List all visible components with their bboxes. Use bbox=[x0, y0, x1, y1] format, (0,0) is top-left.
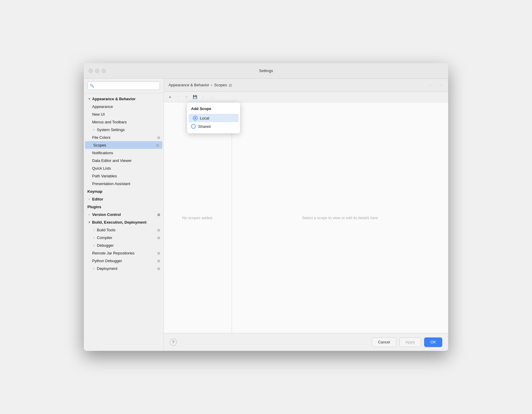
nav-buttons: ← → bbox=[427, 81, 443, 89]
sidebar-item-label: Quick Lists bbox=[92, 166, 111, 171]
arrow-down-icon: ↓ bbox=[211, 95, 213, 99]
remove-button[interactable]: − bbox=[174, 93, 182, 101]
sidebar-item-label: Path Variables bbox=[92, 174, 117, 178]
sidebar-item-quick-lists[interactable]: Quick Lists bbox=[84, 164, 164, 172]
save-icon: 💾 bbox=[193, 95, 197, 99]
maximize-button[interactable] bbox=[102, 69, 106, 73]
sidebar-item-label: Appearance & Behavior bbox=[92, 97, 136, 101]
db-icon: ▤ bbox=[157, 267, 160, 270]
sidebar-item-scopes[interactable]: Scopes ▤ bbox=[85, 141, 162, 149]
bottom-buttons: Cancel Apply OK bbox=[372, 337, 442, 347]
sidebar-item-label: Build Tools bbox=[97, 228, 116, 232]
sidebar-item-label: Keymap bbox=[87, 189, 102, 194]
scope-detail-area: Select a scope to view or edit its detai… bbox=[232, 102, 448, 333]
back-button[interactable]: ← bbox=[427, 81, 434, 89]
sidebar-item-debugger[interactable]: › Debugger bbox=[84, 241, 164, 249]
sidebar-item-remote-jar-repos[interactable]: Remote Jar Repositories ▤ bbox=[84, 249, 164, 257]
sidebar-item-label: Plugins bbox=[87, 205, 101, 209]
db-icon: ▤ bbox=[157, 213, 160, 216]
sidebar-item-label: Remote Jar Repositories bbox=[92, 251, 134, 255]
sidebar-item-label: Debugger bbox=[97, 243, 114, 248]
bottom-bar: ? Cancel Apply OK bbox=[164, 333, 448, 351]
sidebar-item-menus-toolbars[interactable]: Menus and Toolbars bbox=[84, 118, 164, 126]
sidebar-item-label: Presentation Assistant bbox=[92, 181, 130, 186]
popup-title: Add Scope bbox=[187, 105, 240, 114]
window-title: Settings bbox=[259, 69, 273, 73]
sidebar-item-label: Menus and Toolbars bbox=[92, 120, 127, 124]
sidebar-item-label: Editor bbox=[92, 197, 103, 201]
sidebar-item-keymap[interactable]: Keymap bbox=[84, 187, 164, 195]
cancel-button[interactable]: Cancel bbox=[372, 337, 396, 347]
chevron-right-icon: › bbox=[87, 213, 91, 216]
sidebar-item-label: Scopes bbox=[93, 143, 106, 147]
copy-button[interactable]: ⊕ bbox=[183, 93, 190, 101]
arrow-up-icon: ↑ bbox=[202, 95, 204, 99]
apply-button[interactable]: Apply bbox=[399, 337, 422, 347]
sidebar-item-deployment[interactable]: › Deployment ▤ bbox=[84, 265, 164, 272]
sidebar-item-build-tools[interactable]: › Build Tools ▤ bbox=[84, 226, 164, 234]
sidebar-item-notifications[interactable]: Notifications bbox=[84, 149, 164, 157]
popup-item-local[interactable]: Local bbox=[189, 114, 238, 122]
search-icon: 🔍 bbox=[90, 84, 94, 88]
breadcrumb-db-icon: ▤ bbox=[229, 83, 232, 87]
save-button[interactable]: 💾 bbox=[191, 93, 199, 101]
popup-item-shared-label: Shared bbox=[198, 124, 211, 129]
db-icon: ▤ bbox=[157, 236, 160, 239]
sidebar-item-label: New UI bbox=[92, 112, 105, 117]
help-button[interactable]: ? bbox=[170, 339, 177, 346]
sidebar-item-editor[interactable]: › Editor bbox=[84, 195, 164, 203]
forward-button[interactable]: → bbox=[436, 81, 443, 89]
chevron-down-icon: ▾ bbox=[87, 220, 91, 224]
nav-tree: ▾ Appearance & Behavior Appearance New U… bbox=[84, 93, 164, 351]
popup-item-shared[interactable]: Shared bbox=[187, 122, 240, 130]
sidebar-item-data-editor-viewer[interactable]: Data Editor and Viewer bbox=[84, 157, 164, 164]
sidebar: 🔍 ▾ Appearance & Behavior Appearance New… bbox=[84, 79, 164, 351]
main-content: No scopes added. Select a scope to view … bbox=[164, 102, 448, 333]
chevron-right-icon: › bbox=[92, 128, 96, 131]
scope-detail-text: Select a scope to view or edit its detai… bbox=[302, 216, 378, 220]
main-header: Appearance & Behavior › Scopes ▤ ← → bbox=[164, 79, 448, 92]
chevron-right-icon: › bbox=[92, 236, 96, 239]
sidebar-item-new-ui[interactable]: New UI bbox=[84, 110, 164, 118]
sidebar-item-label: Appearance bbox=[92, 104, 113, 109]
traffic-lights bbox=[89, 69, 106, 73]
sidebar-item-presentation-assistant[interactable]: Presentation Assistant bbox=[84, 180, 164, 187]
radio-dot bbox=[194, 117, 196, 119]
sidebar-item-path-variables[interactable]: Path Variables bbox=[84, 172, 164, 180]
ok-button[interactable]: OK bbox=[424, 337, 442, 347]
search-input[interactable] bbox=[87, 82, 160, 90]
radio-shared-icon bbox=[191, 124, 196, 129]
sidebar-item-label: Notifications bbox=[92, 151, 113, 155]
sidebar-item-label: File Colors bbox=[92, 135, 110, 140]
sidebar-item-appearance[interactable]: Appearance bbox=[84, 103, 164, 110]
sidebar-item-label: Version Control bbox=[92, 212, 121, 217]
sidebar-item-label: Compiler bbox=[97, 235, 112, 240]
no-scopes-text: No scopes added. bbox=[182, 216, 213, 220]
move-down-button[interactable]: ↓ bbox=[208, 93, 215, 101]
popup-item-local-label: Local bbox=[200, 116, 209, 120]
search-wrapper: 🔍 bbox=[87, 82, 160, 90]
chevron-right-icon: › bbox=[87, 197, 91, 201]
close-button[interactable] bbox=[89, 69, 93, 73]
search-container: 🔍 bbox=[84, 79, 164, 93]
sidebar-item-appearance-behavior[interactable]: ▾ Appearance & Behavior bbox=[84, 95, 164, 103]
help-icon: ? bbox=[172, 340, 174, 344]
sidebar-item-label: System Settings bbox=[97, 128, 125, 132]
minimize-button[interactable] bbox=[95, 69, 99, 73]
db-icon: ▤ bbox=[157, 228, 160, 232]
toolbar: + − ⊕ 💾 ↑ ↓ bbox=[164, 92, 448, 102]
add-button[interactable]: + bbox=[166, 93, 174, 101]
add-scope-popup: Add Scope Local Shared bbox=[187, 102, 240, 133]
db-icon: ▤ bbox=[157, 136, 160, 139]
sidebar-item-version-control[interactable]: › Version Control ▤ bbox=[84, 211, 164, 218]
sidebar-item-label: Deployment bbox=[97, 266, 117, 271]
breadcrumb-separator: › bbox=[211, 83, 212, 87]
chevron-right-icon: › bbox=[92, 228, 96, 232]
sidebar-item-build-exec-deploy[interactable]: ▾ Build, Execution, Deployment bbox=[84, 218, 164, 226]
sidebar-item-system-settings[interactable]: › System Settings bbox=[84, 126, 164, 133]
sidebar-item-plugins[interactable]: Plugins bbox=[84, 203, 164, 211]
sidebar-item-compiler[interactable]: › Compiler ▤ bbox=[84, 234, 164, 241]
move-up-button[interactable]: ↑ bbox=[199, 93, 207, 101]
sidebar-item-python-debugger[interactable]: Python Debugger ▤ bbox=[84, 257, 164, 265]
sidebar-item-file-colors[interactable]: File Colors ▤ bbox=[84, 133, 164, 141]
